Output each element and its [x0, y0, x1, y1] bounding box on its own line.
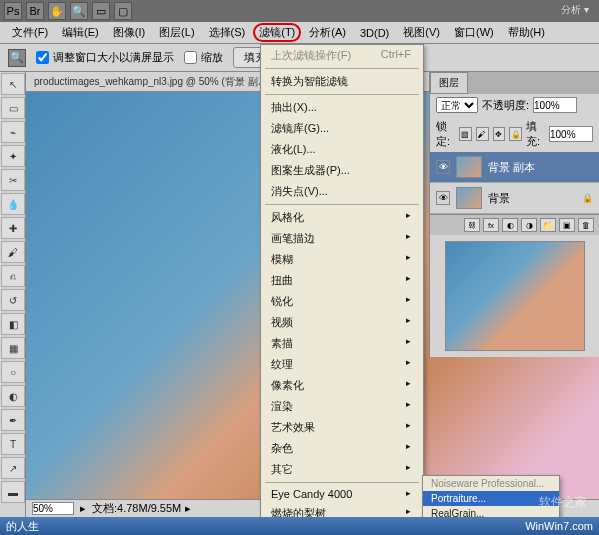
visibility-icon[interactable]: 👁 — [436, 160, 450, 174]
filter-video[interactable]: 视频 — [261, 312, 423, 333]
layer-row-bg[interactable]: 👁 背景 🔒 — [430, 183, 599, 214]
opacity-input[interactable] — [533, 97, 577, 113]
navigator-thumbnail[interactable] — [445, 241, 585, 351]
trash-icon[interactable]: 🗑 — [578, 218, 594, 232]
filter-liquify[interactable]: 液化(L)... — [261, 139, 423, 160]
resize-window-checkbox[interactable] — [36, 51, 49, 64]
filter-convert-smart[interactable]: 转换为智能滤镜 — [261, 71, 423, 92]
layer-thumbnail[interactable] — [456, 187, 482, 209]
filter-stylize[interactable]: 风格化 — [261, 207, 423, 228]
shape-tool-icon[interactable]: ▬ — [1, 481, 25, 503]
lock-all-icon[interactable]: 🔒 — [509, 127, 522, 141]
filter-render[interactable]: 渲染 — [261, 396, 423, 417]
path-tool-icon[interactable]: ↗ — [1, 457, 25, 479]
menu-window[interactable]: 窗口(W) — [448, 23, 500, 42]
marquee-tool-icon[interactable]: ▭ — [1, 97, 25, 119]
link-icon[interactable]: ⛓ — [464, 218, 480, 232]
submenu-noiseware[interactable]: Noiseware Professional... — [423, 476, 559, 491]
stamp-tool-icon[interactable]: ⎌ — [1, 265, 25, 287]
menu-image[interactable]: 图像(I) — [107, 23, 151, 42]
blend-mode-select[interactable]: 正常 — [436, 97, 478, 113]
menu-help[interactable]: 帮助(H) — [502, 23, 551, 42]
eyedropper-tool-icon[interactable]: 💧 — [1, 193, 25, 215]
menu-bar: 文件(F) 编辑(E) 图像(I) 图层(L) 选择(S) 滤镜(T) 分析(A… — [0, 22, 599, 44]
gradient-tool-icon[interactable]: ▦ — [1, 337, 25, 359]
mask-icon[interactable]: ◐ — [502, 218, 518, 232]
move-tool-icon[interactable]: ↖ — [1, 73, 25, 95]
taskbar-app[interactable]: 的人生 — [6, 519, 39, 534]
layer-thumbnail[interactable] — [456, 156, 482, 178]
menu-select[interactable]: 选择(S) — [203, 23, 252, 42]
filter-pixelate[interactable]: 像素化 — [261, 375, 423, 396]
lasso-tool-icon[interactable]: ⌁ — [1, 121, 25, 143]
heal-tool-icon[interactable]: ✚ — [1, 217, 25, 239]
adjustment-icon[interactable]: ◑ — [521, 218, 537, 232]
bridge-icon[interactable]: Br — [26, 2, 44, 20]
app-toolbar: Ps Br ✋ 🔍 ▭ ▢ — [0, 0, 599, 22]
filter-sketch[interactable]: 素描 — [261, 333, 423, 354]
filter-blur[interactable]: 模糊 — [261, 249, 423, 270]
filter-sharpen[interactable]: 锐化 — [261, 291, 423, 312]
menu-view[interactable]: 视图(V) — [397, 23, 446, 42]
folder-icon[interactable]: 📁 — [540, 218, 556, 232]
lock-position-icon[interactable]: ✥ — [493, 127, 506, 141]
menu-3d[interactable]: 3D(D) — [354, 25, 395, 41]
filter-misc[interactable]: 其它 — [261, 459, 423, 480]
layers-footer: ⛓ fx ◐ ◑ 📁 ▣ 🗑 — [430, 214, 599, 235]
brush-tool-icon[interactable]: 🖌 — [1, 241, 25, 263]
filter-vanish[interactable]: 消失点(V)... — [261, 181, 423, 202]
menu-edit[interactable]: 编辑(E) — [56, 23, 105, 42]
eraser-tool-icon[interactable]: ◧ — [1, 313, 25, 335]
layer-name[interactable]: 背景 — [488, 191, 510, 206]
current-tool-icon[interactable]: 🔍 — [8, 49, 26, 67]
filter-other[interactable]: 杂色 — [261, 438, 423, 459]
chevron-right-icon[interactable]: ▸ — [185, 502, 191, 515]
history-brush-icon[interactable]: ↺ — [1, 289, 25, 311]
layer-name[interactable]: 背景 副本 — [488, 160, 535, 175]
layer-row-copy[interactable]: 👁 背景 副本 — [430, 152, 599, 183]
filter-gallery[interactable]: 滤镜库(G)... — [261, 118, 423, 139]
lock-transparent-icon[interactable]: ▨ — [459, 127, 472, 141]
filter-last: 上次滤镜操作(F)Ctrl+F — [261, 45, 423, 66]
layout-icon[interactable]: ▭ — [92, 2, 110, 20]
fill-label: 填充: — [526, 119, 545, 149]
menu-analysis[interactable]: 分析(A) — [303, 23, 352, 42]
hand-tool-icon[interactable]: ✋ — [48, 2, 66, 20]
filter-extract[interactable]: 抽出(X)... — [261, 97, 423, 118]
zoom-checkbox[interactable] — [184, 51, 197, 64]
type-tool-icon[interactable]: T — [1, 433, 25, 455]
crop-tool-icon[interactable]: ✂ — [1, 169, 25, 191]
blur-tool-icon[interactable]: ○ — [1, 361, 25, 383]
filter-brush[interactable]: 画笔描边 — [261, 228, 423, 249]
filter-eyecandy[interactable]: Eye Candy 4000 — [261, 485, 423, 503]
pen-tool-icon[interactable]: ✒ — [1, 409, 25, 431]
separator-icon: ▸ — [80, 502, 86, 515]
lock-icon: 🔒 — [582, 193, 593, 203]
ps-logo-icon[interactable]: Ps — [4, 2, 22, 20]
fill-input[interactable] — [549, 126, 593, 142]
filter-distort[interactable]: 扭曲 — [261, 270, 423, 291]
layers-tab[interactable]: 图层 — [430, 72, 468, 94]
new-layer-icon[interactable]: ▣ — [559, 218, 575, 232]
analysis-dropdown[interactable]: 分析 ▾ — [557, 2, 593, 18]
layers-panel: 图层 正常 不透明度: 锁定: ▨ 🖌 ✥ 🔒 填充: 👁 背景 副本 👁 背景… — [429, 72, 599, 357]
submenu-portraiture[interactable]: Portraiture... — [423, 491, 559, 506]
menu-file[interactable]: 文件(F) — [6, 23, 54, 42]
menu-filter[interactable]: 滤镜(T) — [253, 23, 301, 42]
fx-icon[interactable]: fx — [483, 218, 499, 232]
zoom-tool-icon[interactable]: 🔍 — [70, 2, 88, 20]
lock-label: 锁定: — [436, 119, 455, 149]
resize-window-label: 调整窗口大小以满屏显示 — [53, 50, 174, 65]
imagenomic-submenu: Noiseware Professional... Portraiture...… — [422, 475, 560, 522]
visibility-icon[interactable]: 👁 — [436, 191, 450, 205]
filter-menu-dropdown: 上次滤镜操作(F)Ctrl+F 转换为智能滤镜 抽出(X)... 滤镜库(G).… — [260, 44, 424, 535]
wand-tool-icon[interactable]: ✦ — [1, 145, 25, 167]
lock-image-icon[interactable]: 🖌 — [476, 127, 489, 141]
filter-artistic[interactable]: 艺术效果 — [261, 417, 423, 438]
menu-layer[interactable]: 图层(L) — [153, 23, 200, 42]
zoom-input[interactable] — [32, 502, 74, 515]
filter-texture[interactable]: 纹理 — [261, 354, 423, 375]
filter-pattern[interactable]: 图案生成器(P)... — [261, 160, 423, 181]
dodge-tool-icon[interactable]: ◐ — [1, 385, 25, 407]
screen-mode-icon[interactable]: ▢ — [114, 2, 132, 20]
